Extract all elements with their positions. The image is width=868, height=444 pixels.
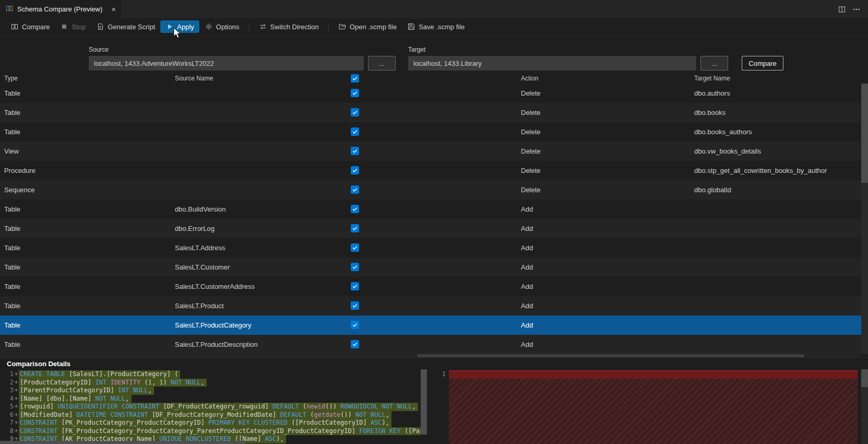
script-icon [96,22,104,31]
row-checkbox[interactable] [351,282,359,290]
code-line: 6+[ModifiedDate] DATETIME CONSTRAINT [DF… [0,411,421,419]
compare-button[interactable]: Compare [742,56,783,71]
row-checkbox[interactable] [351,185,359,194]
left-pane-hscroll-thumb[interactable] [0,441,245,444]
row-checkbox[interactable] [351,340,359,348]
row-action: Delete [521,103,541,122]
right-pane-scrollbar[interactable] [861,369,868,444]
table-row[interactable]: TableDeletedbo.books [0,103,861,122]
line-number: 1 [0,370,14,379]
toolbar-stop-button[interactable]: Stop [55,20,91,33]
code-line: 5+[rowguid] UNIQUEIDENTIFIER CONSTRAINT … [0,403,421,411]
left-pane-horizontal-scrollbar[interactable] [0,441,421,444]
switch-icon [259,22,267,31]
row-target-name: dbo.vw_books_details [694,142,761,161]
row-source-name: SalesLT.ProductCategory [175,316,251,335]
row-checkbox[interactable] [351,321,359,329]
table-row[interactable]: Tabledbo.ErrorLogAdd [0,219,861,238]
row-target-name: dbo.authors [694,84,730,103]
table-row[interactable]: ProcedureDeletedbo.stp_get_all_cowritten… [0,161,861,180]
target-script-pane: 1 [437,370,861,444]
tab-schema-compare[interactable]: Schema Compare (Preview) × [0,0,121,18]
table-row[interactable]: Tabledbo.BuildVersionAdd [0,200,861,219]
schema-compare-icon [5,4,14,14]
comparison-details-panel: Comparison Details 1+CREATE TABLE [Sales… [0,357,868,444]
row-type: Table [4,296,20,316]
row-type: View [4,142,19,161]
toolbar-open-scmp-button[interactable]: Open .scmp file [333,20,402,33]
row-source-name: SalesLT.CustomerAddress [175,277,255,296]
row-checkbox[interactable] [351,205,359,213]
toolbar-switch-direction-label: Switch Direction [270,23,319,31]
table-row[interactable]: TableSalesLT.ProductAdd [0,296,861,316]
toolbar-apply-button[interactable]: Apply [160,20,199,33]
diff-add-marker: + [14,387,19,395]
gear-icon [205,22,213,31]
row-checkbox[interactable] [351,301,359,310]
row-target-name: dbo.books [694,103,726,122]
toolbar-options-label: Options [216,23,240,31]
left-pane-scrollbar-thumb[interactable] [421,369,427,435]
row-action: Delete [521,161,541,180]
toolbar-generate-script-button[interactable]: Generate Script [91,20,160,33]
row-action: Add [521,316,533,335]
source-input[interactable] [89,56,364,71]
row-type: Table [4,238,20,258]
toolbar-stop-label: Stop [72,23,86,31]
row-source-name: SalesLT.ProductDescription [175,335,258,354]
table-row[interactable]: TableSalesLT.ProductDescriptionAdd [0,335,861,354]
left-pane-scrollbar[interactable] [421,369,427,444]
table-row[interactable]: TableDeletedbo.books_authors [0,122,861,142]
code-text: CONSTRAINT [FK_ProductCategory_ProductCa… [19,427,421,436]
row-type: Sequence [4,180,35,200]
select-all-checkbox[interactable] [351,74,359,83]
close-icon[interactable]: × [111,5,116,13]
row-checkbox[interactable] [351,108,359,116]
row-type: Table [4,219,20,238]
grid-scrollbar[interactable] [861,84,868,354]
table-row[interactable]: TableSalesLT.CustomerAddressAdd [0,277,861,296]
compare-icon [10,22,19,31]
row-checkbox[interactable] [351,166,359,174]
row-checkbox[interactable] [351,127,359,136]
row-type: Table [4,200,20,219]
table-row[interactable]: TableDeletedbo.authors [0,84,861,103]
row-checkbox[interactable] [351,89,359,97]
toolbar-options-button[interactable]: Options [199,20,245,33]
table-row[interactable]: TableSalesLT.ProductCategoryAdd [0,316,861,335]
grid-scrollbar-thumb[interactable] [861,84,868,183]
table-row[interactable]: SequenceDeletedbo.globalId [0,180,861,200]
code-line: 3+[ParentProductCategoryID] INT NULL, [0,387,421,395]
row-action: Delete [521,122,541,142]
line-number: 3 [0,387,14,395]
row-checkbox[interactable] [351,224,359,232]
row-checkbox[interactable] [351,263,359,271]
toolbar-separator [249,22,249,31]
target-browse-button[interactable]: ... [700,56,728,71]
target-input[interactable] [408,56,696,71]
code-text: [rowguid] UNIQUEIDENTIFIER CONSTRAINT [D… [19,403,418,411]
table-row[interactable]: TableSalesLT.CustomerAdd [0,258,861,277]
row-source-name: dbo.ErrorLog [175,219,215,238]
split-editor-icon[interactable] [838,5,846,14]
row-source-name: SalesLT.Customer [175,258,230,277]
more-actions-icon[interactable] [852,5,861,14]
table-row[interactable]: ViewDeletedbo.vw_books_details [0,142,861,161]
line-number: 4 [0,395,14,403]
row-checkbox[interactable] [351,243,359,252]
save-icon [407,22,415,31]
source-browse-button[interactable]: ... [368,56,396,71]
toolbar-save-scmp-label: Save .scmp file [419,23,465,31]
toolbar-compare-button[interactable]: Compare [5,20,55,33]
row-target-name: dbo.stp_get_all_cowritten_books_by_autho… [694,161,827,180]
toolbar-generate-script-label: Generate Script [108,23,155,31]
row-action: Delete [521,142,541,161]
play-icon [165,22,174,31]
toolbar-save-scmp-button[interactable]: Save .scmp file [402,20,470,33]
toolbar-switch-direction-button[interactable]: Switch Direction [254,20,324,33]
code-line: 1+CREATE TABLE [SalesLT].[ProductCategor… [0,370,421,379]
row-type: Table [4,103,20,122]
table-row[interactable]: TableSalesLT.AddressAdd [0,238,861,258]
right-pane-scrollbar-thumb[interactable] [861,369,868,387]
row-checkbox[interactable] [351,147,359,155]
